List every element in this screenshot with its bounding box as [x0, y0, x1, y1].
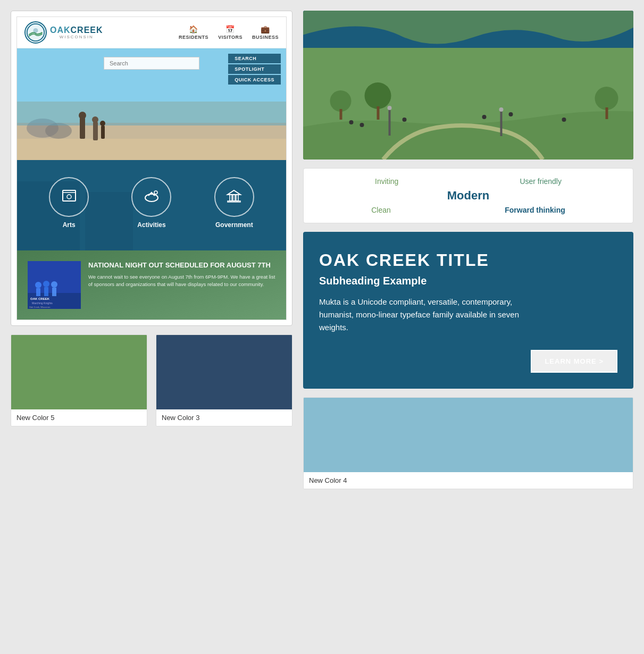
- wave-section: [303, 11, 633, 160]
- hero-menu: SEARCH SPOTLIGHT QUICK ACCESS: [228, 54, 281, 85]
- circle-government[interactable]: Government: [214, 177, 254, 229]
- main-layout: OAKOAKCREEKCREEK WISCONSIN 🏠 RESIDENTS 📅: [11, 11, 633, 489]
- website-mockup: OAKOAKCREEKCREEK WISCONSIN 🏠 RESIDENTS 📅: [11, 11, 292, 326]
- hero-search-input[interactable]: [104, 57, 199, 70]
- cta-body: Mukta is a Unicode compliant, versatile,…: [319, 296, 521, 334]
- cta-card: OAK CREEK TITLE Subheading Example Mukta…: [303, 232, 633, 389]
- svg-point-51: [595, 87, 618, 110]
- park-image: [303, 48, 633, 160]
- left-column: OAKOAKCREEKCREEK WISCONSIN 🏠 RESIDENTS 📅: [11, 11, 292, 426]
- nav-visitors-label: VISITORS: [218, 35, 242, 40]
- kw-modern: Modern: [447, 189, 489, 203]
- hero-menu-quick-access[interactable]: QUICK ACCESS: [228, 75, 281, 85]
- kw-row-modern: Modern: [314, 189, 622, 203]
- svg-point-56: [499, 107, 504, 112]
- nav-business[interactable]: 💼 BUSINESS: [252, 25, 279, 40]
- svg-rect-25: [230, 195, 232, 201]
- activities-label: Activities: [137, 221, 165, 229]
- svg-rect-34: [44, 287, 48, 296]
- nav-visitors[interactable]: 📅 VISITORS: [218, 25, 242, 40]
- kw-row-1: Inviting User friendly: [314, 177, 622, 186]
- circles-section: Arts Activities: [17, 160, 286, 250]
- svg-point-14: [100, 121, 105, 126]
- logo-circle: [24, 21, 47, 44]
- arts-circle[interactable]: [49, 177, 89, 217]
- svg-rect-9: [80, 118, 85, 139]
- cta-subtitle: Subheading Example: [319, 275, 617, 287]
- news-image: OAK CREEK Marching Knights Oak Creek, Wi…: [28, 261, 81, 309]
- svg-point-10: [79, 112, 86, 119]
- svg-point-44: [482, 115, 487, 119]
- svg-point-46: [562, 118, 566, 122]
- svg-point-54: [388, 106, 392, 110]
- kw-inviting: Inviting: [375, 177, 398, 186]
- color-swatches-row: New Color 5 New Color 3: [11, 334, 292, 426]
- svg-point-47: [330, 90, 352, 112]
- residents-icon: 🏠: [189, 25, 198, 33]
- learn-more-button[interactable]: LEARN MORE >: [531, 350, 617, 373]
- news-content: NATIONAL NIGHT OUT SCHEDULED FOR AUGUST …: [88, 261, 275, 288]
- news-body: We cannot wait to see everyone on August…: [88, 273, 275, 289]
- svg-point-41: [349, 120, 354, 124]
- kw-forward-thinking: Forward thinking: [505, 206, 565, 214]
- svg-rect-36: [52, 288, 56, 296]
- hero-search-wrapper[interactable]: [104, 57, 199, 70]
- svg-point-1: [34, 28, 38, 33]
- svg-text:Oak Creek, Wisconsin: Oak Creek, Wisconsin: [29, 306, 51, 308]
- logo-text: OAKOAKCREEKCREEK WISCONSIN: [50, 26, 103, 39]
- svg-point-49: [365, 82, 391, 109]
- svg-rect-11: [93, 122, 98, 140]
- kw-row-2: Clean Forward thinking: [314, 206, 622, 214]
- keywords-card: Inviting User friendly Modern Clean Forw…: [303, 168, 633, 223]
- circle-arts[interactable]: Arts: [49, 177, 89, 229]
- news-section: OAK CREEK Marching Knights Oak Creek, Wi…: [17, 250, 286, 320]
- color-4-label: New Color 4: [304, 472, 633, 489]
- color-5-block: [11, 335, 147, 409]
- wave-svg: [303, 11, 633, 64]
- svg-rect-28: [228, 201, 240, 202]
- right-column: Inviting User friendly Modern Clean Forw…: [303, 11, 633, 489]
- svg-point-22: [145, 194, 158, 202]
- svg-rect-48: [340, 109, 342, 120]
- color-swatch-4: New Color 4: [303, 397, 633, 489]
- svg-rect-5: [17, 139, 286, 160]
- nav-business-label: BUSINESS: [252, 35, 279, 40]
- hero-menu-search[interactable]: SEARCH: [228, 54, 281, 63]
- site-logo: OAKOAKCREEKCREEK WISCONSIN: [24, 21, 103, 44]
- svg-point-21: [67, 195, 71, 199]
- kw-user-friendly: User friendly: [520, 177, 562, 186]
- svg-rect-52: [606, 107, 608, 119]
- color-4-block: [304, 398, 633, 472]
- nav-residents[interactable]: 🏠 RESIDENTS: [179, 25, 208, 40]
- visitors-icon: 📅: [225, 25, 235, 33]
- svg-rect-50: [377, 106, 380, 120]
- activities-circle[interactable]: [131, 177, 171, 217]
- svg-rect-13: [101, 125, 105, 139]
- hero-menu-spotlight[interactable]: SPOTLIGHT: [228, 64, 281, 74]
- svg-rect-8: [17, 102, 286, 125]
- svg-point-42: [360, 123, 364, 127]
- svg-rect-32: [36, 288, 40, 296]
- logo-sub: WISCONSIN: [50, 35, 103, 39]
- government-circle[interactable]: [214, 177, 254, 217]
- color-swatch-5: New Color 5: [11, 334, 147, 426]
- svg-point-31: [35, 282, 41, 288]
- nav-residents-label: RESIDENTS: [179, 35, 208, 40]
- nav-items: 🏠 RESIDENTS 📅 VISITORS 💼 BUSINESS: [179, 25, 279, 40]
- svg-rect-53: [389, 109, 391, 136]
- news-title: NATIONAL NIGHT OUT SCHEDULED FOR AUGUST …: [88, 261, 275, 270]
- hero-section: SEARCH SPOTLIGHT QUICK ACCESS: [17, 48, 286, 160]
- color-3-label: New Color 3: [156, 409, 292, 426]
- svg-rect-19: [63, 190, 76, 201]
- circle-activities[interactable]: Activities: [131, 177, 171, 229]
- svg-point-35: [51, 281, 57, 288]
- arts-label: Arts: [63, 221, 76, 229]
- svg-point-12: [92, 116, 98, 123]
- svg-point-33: [43, 281, 49, 287]
- svg-rect-55: [500, 111, 503, 136]
- color-swatch-3: New Color 3: [156, 334, 292, 426]
- svg-point-43: [403, 118, 407, 122]
- government-label: Government: [215, 221, 253, 229]
- svg-text:OAK CREEK: OAK CREEK: [30, 297, 50, 300]
- svg-point-45: [509, 112, 513, 116]
